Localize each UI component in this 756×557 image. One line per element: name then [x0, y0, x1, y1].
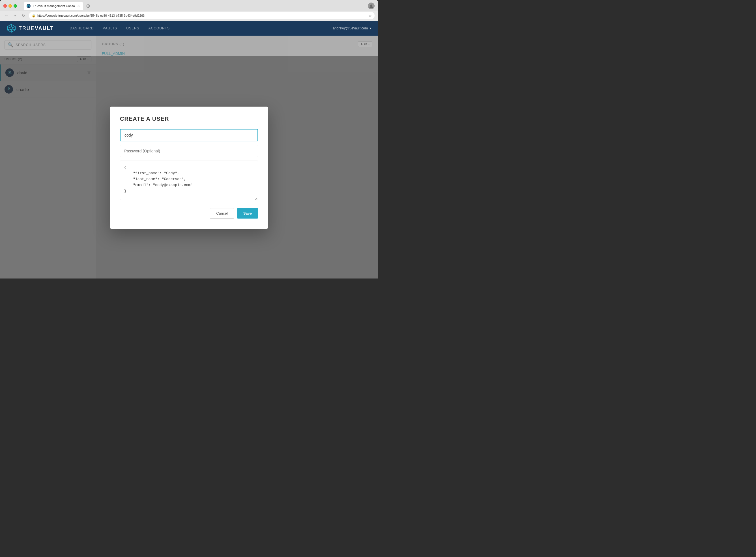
- tab-close-button[interactable]: ✕: [77, 4, 80, 8]
- logo-vault: VAULT: [35, 25, 54, 31]
- browser-user-icon: [368, 3, 374, 9]
- groups-header: GROUPS (1) ADD +: [102, 41, 372, 47]
- close-button[interactable]: [3, 4, 7, 8]
- logo: TRUEVAULT: [7, 24, 54, 33]
- minimize-button[interactable]: [8, 4, 12, 8]
- browser-tab[interactable]: TrueVault Management Conso ✕: [24, 2, 83, 10]
- svg-line-7: [13, 29, 15, 30]
- main-content: 🔍 USERS (2) ADD + david 🗑: [0, 36, 378, 278]
- svg-line-8: [7, 29, 10, 30]
- url-text: https://console.truevault.com/users/bcf5…: [37, 14, 145, 17]
- logo-true: TRUE: [19, 25, 35, 31]
- nav-user[interactable]: andrew@truevault.com ▾: [333, 26, 371, 30]
- tab-favicon: [27, 4, 31, 8]
- nav-accounts[interactable]: ACCOUNTS: [144, 21, 174, 36]
- back-button[interactable]: ←: [3, 12, 10, 19]
- logo-text: TRUEVAULT: [19, 25, 54, 31]
- nav-user-chevron: ▾: [369, 26, 371, 30]
- cancel-button[interactable]: Cancel: [209, 208, 234, 218]
- bookmark-icon[interactable]: ☆: [368, 13, 372, 18]
- refresh-button[interactable]: ↻: [20, 12, 27, 19]
- groups-title: GROUPS (1): [102, 42, 124, 46]
- search-icon: 🔍: [8, 42, 13, 48]
- tab-title: TrueVault Management Conso: [33, 4, 75, 8]
- modal-title: CREATE A USER: [120, 116, 258, 122]
- traffic-lights: [3, 4, 17, 8]
- nav-vaults[interactable]: VAULTS: [98, 21, 122, 36]
- new-tab-button[interactable]: ⊕: [84, 2, 92, 10]
- address-bar[interactable]: 🔒 https://console.truevault.com/users/bc…: [29, 12, 374, 19]
- svg-point-3: [10, 27, 13, 30]
- svg-line-6: [7, 27, 10, 28]
- password-input[interactable]: [120, 145, 258, 157]
- forward-button[interactable]: →: [12, 12, 18, 19]
- json-textarea[interactable]: { "first_name": "Cody", "last_name": "Co…: [120, 160, 258, 200]
- lock-icon: 🔒: [32, 14, 36, 18]
- create-user-modal: CREATE A USER { "first_name": "Cody", "l…: [110, 107, 268, 229]
- username-input[interactable]: [120, 129, 258, 141]
- search-input[interactable]: [16, 43, 88, 47]
- group-item-full-admin[interactable]: FULL_ADMIN: [102, 52, 372, 56]
- navbar: TRUEVAULT DASHBOARD VAULTS USERS ACCOUNT…: [0, 21, 378, 36]
- nav-dashboard[interactable]: DASHBOARD: [65, 21, 98, 36]
- nav-user-email: andrew@truevault.com: [333, 26, 368, 30]
- maximize-button[interactable]: [13, 4, 17, 8]
- svg-line-9: [13, 27, 15, 28]
- nav-users[interactable]: USERS: [122, 21, 144, 36]
- browser-chrome: TrueVault Management Conso ✕ ⊕ ← → ↻ 🔒 h…: [0, 0, 378, 21]
- save-button[interactable]: Save: [237, 208, 258, 218]
- svg-point-1: [370, 4, 372, 6]
- add-group-button[interactable]: ADD +: [358, 41, 372, 47]
- modal-actions: Cancel Save: [120, 208, 258, 218]
- app: TRUEVAULT DASHBOARD VAULTS USERS ACCOUNT…: [0, 21, 378, 278]
- nav-links: DASHBOARD VAULTS USERS ACCOUNTS: [65, 21, 174, 36]
- modal-overlay: CREATE A USER { "first_name": "Cody", "l…: [0, 56, 378, 278]
- search-box[interactable]: 🔍: [4, 40, 91, 50]
